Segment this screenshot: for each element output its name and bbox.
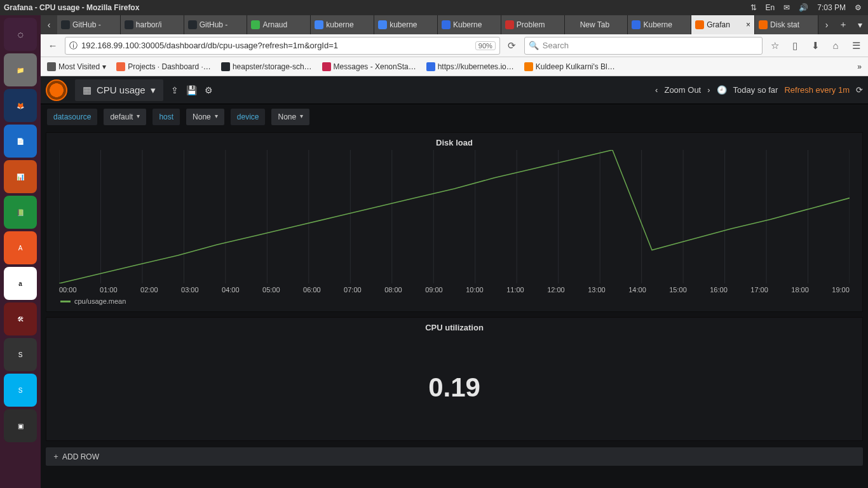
browser-tab[interactable]: kuberne [311,15,374,34]
favicon [505,20,514,29]
address-bar[interactable]: ⓘ 192.168.99.100:30005/dashboard/db/cpu-… [65,37,500,55]
time-range[interactable]: Today so far [733,85,778,95]
launcher-dash[interactable]: ◌ [4,18,37,51]
launcher-writer[interactable]: 📄 [4,125,37,158]
bookmark-item[interactable]: Messages - XenonSta… [322,62,416,71]
bookmark-item[interactable]: heapster/storage-sch… [221,62,312,71]
launcher-files[interactable]: 📁 [4,53,37,86]
bookmark-item[interactable]: Most Visited ▾ [47,62,106,71]
bookmark-item[interactable]: Projects · Dashboard ·… [116,62,211,71]
history-back[interactable]: ← [44,37,61,54]
legend-label: cpu/usage.mean [74,297,126,305]
launcher-software[interactable]: A [4,231,37,264]
volume-icon[interactable]: 🔊 [799,3,808,12]
browser-tab[interactable]: Kuberne [438,15,501,34]
mail-icon[interactable]: ✉ [783,3,790,12]
tab-label: New Tab [580,20,609,29]
share-icon[interactable]: ⇪ [171,85,179,95]
x-tick: 10:00 [466,286,484,294]
launcher-calc[interactable]: 📗 [4,196,37,229]
add-row-button[interactable]: ＋ ADD ROW [46,447,863,466]
clock[interactable]: 7:03 PM [817,3,846,12]
legend-swatch [60,301,71,302]
launcher-sublime[interactable]: S [4,338,37,371]
tab-label: GitHub - [72,20,101,29]
time-next-icon[interactable]: › [707,85,710,95]
browser-tab[interactable]: GitHub - [57,15,121,34]
save-icon[interactable]: 💾 [186,85,197,95]
browser-tab[interactable]: harbor/i [121,15,184,34]
search-bar[interactable]: 🔍 Search [524,37,763,55]
launcher-terminal[interactable]: ▣ [4,409,37,442]
template-var-select[interactable]: None [186,109,224,125]
panel-cpu-utilization[interactable]: CPU utilization 0.19 [46,317,863,441]
template-var-label: host [153,109,180,125]
close-tab-icon[interactable]: × [746,20,750,29]
identity-icon[interactable]: ⓘ [69,40,78,51]
zoom-badge[interactable]: 90% [475,41,496,50]
tab-scroll-left[interactable]: ‹ [41,15,57,34]
dashboard-picker[interactable]: ▦ CPU usage ▾ [75,79,163,101]
browser-tab[interactable]: kuberne [374,15,438,34]
browser-tab[interactable]: Disk stat [755,15,818,34]
refresh-icon[interactable]: ⟳ [856,85,863,95]
panel-title: Disk load [46,133,862,150]
x-tick: 07:00 [344,286,362,294]
bookmark-item[interactable]: https://kubernetes.io… [426,62,514,71]
browser-tab[interactable]: GitHub - [184,15,248,34]
chart-canvas[interactable] [59,150,850,283]
bookmarks-overflow[interactable]: » [857,62,862,71]
launcher-firefox[interactable]: 🦊 [4,89,37,122]
power-icon[interactable]: ⚙ [855,3,862,12]
launcher-impress[interactable]: 📊 [4,160,37,193]
launcher-skype[interactable]: S [4,374,37,407]
zoom-out-button[interactable]: Zoom Out [664,85,701,95]
favicon [569,20,578,29]
x-tick: 02:00 [140,286,158,294]
bookmark-star-icon[interactable]: ☆ [766,37,783,54]
refresh-interval[interactable]: Refresh every 1m [784,85,850,95]
tab-scroll-right[interactable]: › [818,15,835,34]
pocket-icon[interactable]: ▯ [787,37,803,54]
grafana-logo-icon[interactable] [46,79,67,101]
browser-tab[interactable]: Kuberne [628,15,691,34]
browser-tab[interactable]: New Tab [565,15,628,34]
dashboard-name: CPU usage [97,85,146,95]
x-tick: 09:00 [425,286,443,294]
panel-disk-load[interactable]: Disk load 00:0001:0002:0003:0004:0005:00… [46,132,863,312]
x-tick: 04:00 [222,286,240,294]
browser-tab[interactable]: Problem [501,15,565,34]
network-icon[interactable]: ⇅ [750,3,757,12]
launcher-amazon[interactable]: a [4,267,37,300]
template-var-select[interactable]: None [271,109,309,125]
x-tick: 11:00 [506,286,524,294]
home-icon[interactable]: ⌂ [827,37,844,54]
browser-tab[interactable]: Grafan× [691,15,755,34]
hamburger-menu-icon[interactable]: ☰ [848,37,864,54]
x-tick: 17:00 [750,286,768,294]
template-var-select[interactable]: default [104,109,146,125]
reload-button[interactable]: ⟳ [504,37,520,54]
downloads-icon[interactable]: ⬇ [807,37,824,54]
firefox-window: ‹ GitHub -harbor/iGitHub -Arnaudkubernek… [41,15,868,488]
new-tab-button[interactable]: ＋ [835,15,851,34]
time-prev-icon[interactable]: ‹ [655,85,658,95]
system-indicators: ⇅ En ✉ 🔊 7:03 PM ⚙ [750,3,868,12]
lang-indicator[interactable]: En [766,3,775,12]
launcher-settings[interactable]: 🛠 [4,302,37,336]
x-tick: 03:00 [181,286,199,294]
tabs-menu[interactable]: ▾ [851,15,868,34]
favicon [632,20,641,29]
search-placeholder: Search [543,41,569,50]
x-tick: 18:00 [791,286,809,294]
bookmark-item[interactable]: Kuldeep Kulkarni's Bl… [524,62,615,71]
template-var-label: datasource [47,109,97,125]
plus-icon: ＋ [52,451,60,462]
tab-label: GitHub - [200,20,228,29]
settings-gear-icon[interactable]: ⚙ [205,85,213,95]
tab-label: Disk stat [770,20,799,29]
window-title: Grafana - CPU usage - Mozilla Firefox [0,3,750,12]
favicon [695,20,704,29]
browser-tab[interactable]: Arnaud [247,15,311,34]
tab-label: Arnaud [262,20,287,29]
